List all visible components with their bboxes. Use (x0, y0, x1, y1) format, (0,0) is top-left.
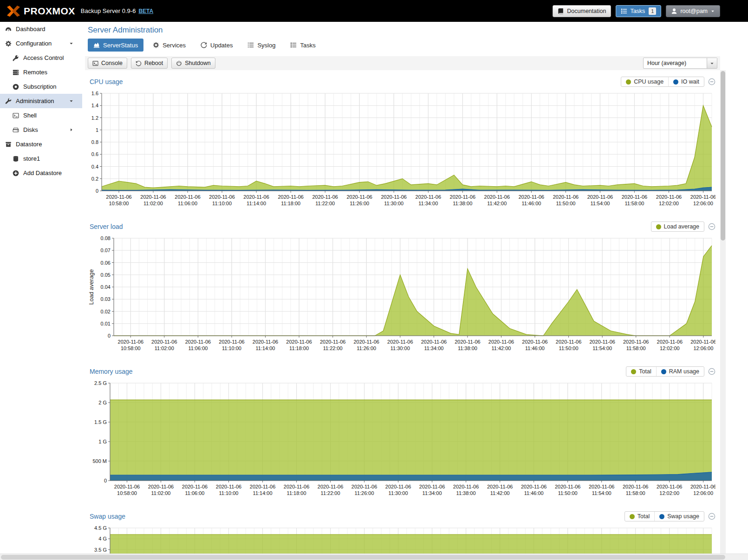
sidebar-item-label: Dashboard (16, 26, 46, 33)
sidebar-item-access-control[interactable]: Access Control (0, 51, 82, 65)
svg-text:2020-11-06: 2020-11-06 (250, 484, 275, 489)
page-title: Server Administration (85, 22, 720, 35)
legend-item-swap-usage[interactable]: Swap usage (654, 512, 704, 521)
legend-item-total[interactable]: Total (625, 512, 654, 521)
chart-panel-cpu-usage: CPU usageCPU usageIO wait00.20.40.60.811… (85, 75, 720, 212)
horizontal-scrollbar[interactable] (0, 553, 748, 560)
svg-text:2020-11-06: 2020-11-06 (253, 339, 278, 345)
reboot-icon (136, 60, 142, 66)
proxmox-logo: PROXMOX (7, 6, 75, 17)
svg-text:0.01: 0.01 (101, 321, 111, 326)
sidebar-item-label: store1 (23, 155, 40, 162)
svg-text:2020-11-06: 2020-11-06 (622, 194, 647, 200)
svg-text:2020-11-06: 2020-11-06 (522, 339, 547, 345)
svg-text:2020-11-06: 2020-11-06 (182, 484, 208, 489)
svg-text:11:54:00: 11:54:00 (592, 345, 612, 351)
legend-item-total[interactable]: Total (626, 367, 656, 376)
user-menu-button[interactable]: root@pam (666, 5, 720, 17)
svg-text:2020-11-06: 2020-11-06 (312, 194, 338, 200)
horizontal-scrollbar-thumb[interactable] (1, 555, 725, 560)
tab-syslog[interactable]: Syslog (242, 39, 281, 52)
svg-text:2020-11-06: 2020-11-06 (284, 484, 309, 489)
sidebar-item-dashboard[interactable]: Dashboard (0, 22, 82, 36)
svg-text:2020-11-06: 2020-11-06 (185, 339, 211, 345)
sidebar-item-label: Access Control (23, 54, 64, 61)
chart-title: Memory usage (90, 368, 133, 375)
tasks-button[interactable]: Tasks 1 (616, 5, 661, 17)
legend-item-cpu-usage[interactable]: CPU usage (621, 77, 668, 86)
tab-services[interactable]: Services (147, 39, 191, 52)
console-button[interactable]: Console (88, 58, 127, 69)
svg-text:11:10:00: 11:10:00 (219, 490, 238, 496)
book-icon (558, 8, 564, 14)
svg-text:2020-11-06: 2020-11-06 (453, 484, 479, 489)
tab-serverstatus[interactable]: ServerStatus (88, 39, 143, 52)
chart-icon (93, 42, 100, 48)
svg-text:0: 0 (108, 333, 111, 339)
sidebar-item-subscription[interactable]: Subscription (0, 79, 82, 94)
svg-text:2020-11-06: 2020-11-06 (421, 339, 447, 345)
shutdown-button[interactable]: Shutdown (171, 58, 215, 69)
collapse-panel-button[interactable] (708, 223, 715, 230)
svg-text:2020-11-06: 2020-11-06 (106, 194, 131, 200)
svg-text:4 G: 4 G (98, 536, 107, 541)
tasks-label: Tasks (630, 8, 645, 14)
svg-text:11:54:00: 11:54:00 (592, 490, 611, 496)
legend-item-ram-usage[interactable]: RAM usage (656, 367, 704, 376)
sidebar-item-remotes[interactable]: Remotes (0, 65, 82, 79)
collapse-panel-button[interactable] (708, 513, 715, 520)
svg-text:2020-11-06: 2020-11-06 (589, 484, 614, 489)
svg-text:11:46:00: 11:46:00 (524, 490, 544, 496)
svg-text:0.2: 0.2 (91, 176, 98, 182)
sidebar-item-disks[interactable]: Disks (0, 123, 82, 137)
svg-text:11:02:00: 11:02:00 (143, 201, 163, 206)
svg-text:11:06:00: 11:06:00 (188, 345, 208, 351)
svg-text:11:18:00: 11:18:00 (287, 490, 306, 496)
sidebar-item-store1[interactable]: store1 (0, 151, 82, 166)
sidebar-item-configuration[interactable]: Configuration (0, 36, 82, 51)
tab-tasks[interactable]: Tasks (285, 39, 321, 52)
collapse-panel-button[interactable] (708, 368, 715, 375)
power-icon (176, 60, 182, 66)
timeframe-select[interactable]: Hour (average) (643, 58, 717, 69)
svg-text:2.5 G: 2.5 G (94, 380, 107, 386)
svg-text:11:14:00: 11:14:00 (247, 201, 266, 206)
svg-text:2020-11-06: 2020-11-06 (151, 339, 177, 345)
sidebar-item-administration[interactable]: Administration (0, 94, 82, 108)
tab-bar: ServerStatusServicesUpdatesSyslogTasks (88, 39, 720, 52)
vertical-scrollbar[interactable] (720, 70, 726, 553)
tab-label: Updates (210, 42, 233, 49)
caret-right-icon (67, 127, 75, 132)
svg-text:2020-11-06: 2020-11-06 (519, 194, 544, 200)
svg-text:11:46:00: 11:46:00 (521, 201, 541, 206)
legend-item-io-wait[interactable]: IO wait (668, 77, 704, 86)
timeframe-select-trigger[interactable] (707, 58, 717, 68)
sidebar-item-datastore[interactable]: Datastore (0, 137, 82, 151)
svg-text:2020-11-06: 2020-11-06 (209, 194, 234, 200)
sidebar-item-shell[interactable]: Shell (0, 108, 82, 123)
documentation-button[interactable]: Documentation (553, 5, 611, 17)
svg-text:11:38:00: 11:38:00 (453, 201, 472, 206)
svg-text:11:06:00: 11:06:00 (178, 201, 197, 206)
svg-text:11:58:00: 11:58:00 (626, 490, 645, 496)
svg-text:1.6: 1.6 (91, 91, 98, 96)
svg-text:2020-11-06: 2020-11-06 (416, 194, 441, 200)
vertical-scrollbar-thumb[interactable] (721, 71, 725, 241)
svg-text:0.4: 0.4 (91, 164, 98, 169)
svg-text:11:18:00: 11:18:00 (289, 345, 309, 351)
svg-text:2020-11-06: 2020-11-06 (656, 194, 682, 200)
legend-dot (630, 514, 635, 519)
disk-icon (12, 127, 20, 133)
reboot-button[interactable]: Reboot (131, 58, 168, 69)
sidebar-item-add-datastore[interactable]: Add Datastore (0, 166, 82, 180)
beta-link[interactable]: BETA (138, 8, 153, 14)
tab-label: Services (163, 42, 186, 49)
svg-text:11:50:00: 11:50:00 (556, 201, 575, 206)
legend-item-load-average[interactable]: Load average (651, 222, 704, 231)
svg-text:11:34:00: 11:34:00 (418, 201, 438, 206)
collapse-panel-button[interactable] (708, 78, 715, 85)
brand-name: PROXMOX (24, 6, 75, 17)
svg-text:12:02:00: 12:02:00 (659, 490, 679, 496)
gear-icon (153, 42, 159, 48)
tab-updates[interactable]: Updates (195, 39, 238, 52)
